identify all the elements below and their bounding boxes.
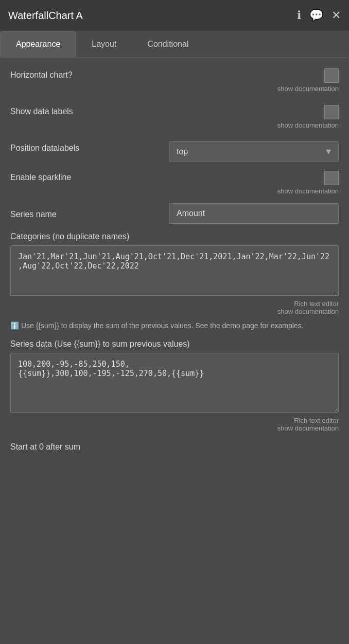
info-note: ℹ️ Use {{sum}} to display the sum of the… — [10, 320, 339, 331]
horizontal-chart-row: Horizontal chart? show documentation — [10, 68, 339, 101]
show-data-labels-control: show documentation — [164, 105, 339, 137]
window-title: WaterfallChart A — [8, 10, 83, 22]
position-datalabels-row: Position datalabels top bottom inside ou… — [10, 141, 339, 162]
enable-sparkline-row: Enable sparkline show documentation — [10, 171, 339, 203]
series-data-show-doc[interactable]: show documentation — [10, 424, 339, 432]
horizontal-chart-show-doc[interactable]: show documentation — [277, 85, 339, 93]
header: WaterfallChart A ℹ 💬 ✕ — [0, 0, 349, 31]
enable-sparkline-toggle[interactable] — [324, 171, 339, 185]
tab-appearance[interactable]: Appearance — [0, 31, 76, 57]
categories-show-doc[interactable]: show documentation — [10, 308, 339, 315]
show-data-labels-toggle[interactable] — [324, 105, 339, 119]
categories-textarea[interactable]: Jan'21,Mar'21,Jun'21,Aug'21,Oct'21,Dec'2… — [10, 245, 339, 296]
enable-sparkline-label: Enable sparkline — [10, 171, 164, 182]
show-data-labels-show-doc[interactable]: show documentation — [277, 121, 339, 129]
show-data-labels-label: Show data labels — [10, 105, 164, 116]
position-datalabels-label: Position datalabels — [10, 141, 169, 153]
series-data-section: Series data (Use {{sum}} to sum previous… — [10, 339, 339, 432]
categories-label: Categories (no duplicate names) — [10, 232, 339, 241]
enable-sparkline-control: show documentation — [164, 171, 339, 203]
series-name-input[interactable] — [169, 203, 339, 224]
categories-footer: Rich text editor show documentation — [10, 300, 339, 315]
info-icon[interactable]: ℹ — [297, 9, 301, 22]
horizontal-chart-toggle[interactable] — [324, 68, 339, 83]
categories-section: Categories (no duplicate names) Jan'21,M… — [10, 232, 339, 315]
position-datalabels-select[interactable]: top bottom inside outside — [169, 141, 339, 162]
tab-conditional[interactable]: Conditional — [132, 31, 204, 57]
header-icons: ℹ 💬 ✕ — [297, 9, 341, 22]
categories-rich-text-editor[interactable]: Rich text editor — [10, 300, 339, 308]
series-data-label: Series data (Use {{sum}} to sum previous… — [10, 339, 339, 349]
horizontal-chart-control: show documentation — [164, 68, 339, 101]
show-data-labels-row: Show data labels show documentation — [10, 105, 339, 137]
tabs: Appearance Layout Conditional — [0, 31, 349, 58]
position-datalabels-control: top bottom inside outside ▼ — [169, 141, 339, 162]
start-at-zero-label: Start at 0 after sum — [10, 440, 339, 452]
series-name-row: Series name — [10, 203, 339, 224]
series-data-footer: Rich text editor show documentation — [10, 417, 339, 432]
start-at-zero-row: Start at 0 after sum — [10, 440, 339, 452]
chat-icon[interactable]: 💬 — [309, 9, 323, 22]
series-name-label: Series name — [10, 208, 169, 219]
enable-sparkline-show-doc[interactable]: show documentation — [277, 187, 339, 195]
series-data-rich-text-editor[interactable]: Rich text editor — [10, 417, 339, 424]
tab-layout[interactable]: Layout — [76, 31, 132, 57]
horizontal-chart-label: Horizontal chart? — [10, 68, 164, 80]
close-icon[interactable]: ✕ — [331, 9, 341, 22]
series-data-textarea[interactable]: 100,200,-95,-85,250,150, {{sum}},300,100… — [10, 353, 339, 413]
appearance-content: Horizontal chart? show documentation Sho… — [0, 58, 349, 466]
